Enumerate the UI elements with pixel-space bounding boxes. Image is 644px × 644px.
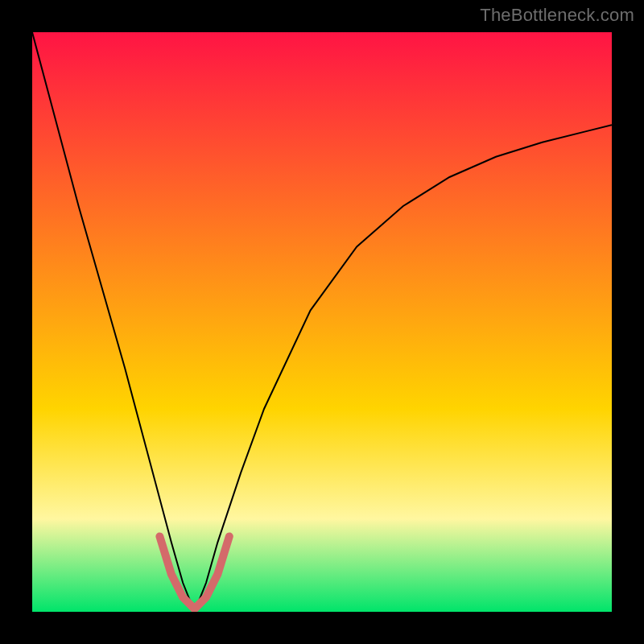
attribution-label: TheBottleneck.com — [480, 5, 634, 26]
chart-frame: TheBottleneck.com — [0, 0, 644, 644]
plot-area — [32, 32, 612, 612]
chart-svg — [32, 32, 612, 612]
gradient-background — [32, 32, 612, 612]
